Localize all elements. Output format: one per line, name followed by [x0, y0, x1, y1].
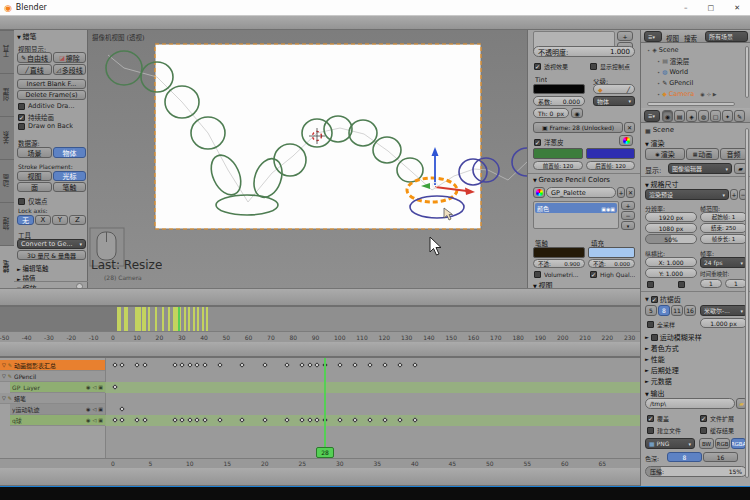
outliner-vscrollbar[interactable] — [745, 46, 749, 98]
axis-x-button[interactable]: X — [35, 215, 51, 225]
draw-freehand-button[interactable]: ✎自由线 — [17, 52, 52, 63]
resolution-x-field[interactable]: 1920 px — [645, 212, 697, 222]
overwrite-checkbox[interactable]: 覆盖 — [647, 414, 669, 423]
timeline-keyframe-line[interactable] — [202, 307, 204, 331]
world-tab[interactable]: ◍ — [698, 110, 709, 122]
eye-icon[interactable]: ◉ — [86, 417, 90, 423]
thickness-mode-button[interactable]: ◉ — [571, 108, 583, 118]
timeline-playhead[interactable] — [178, 307, 180, 331]
stroke-color-swatch[interactable] — [533, 247, 585, 258]
axis-y-button[interactable]: Y — [52, 215, 68, 225]
onion-before-color-swatch[interactable] — [533, 148, 583, 159]
expander-icon[interactable]: ▽ — [2, 373, 6, 379]
endpoints-only-checkbox[interactable]: 仅端点 — [18, 196, 48, 206]
outliner-view-menu[interactable]: 视图 — [666, 33, 679, 43]
timeline-keyframe-line[interactable] — [119, 307, 121, 331]
layer-add-button[interactable]: + — [617, 31, 633, 41]
maximize-button[interactable]: □ — [708, 4, 715, 12]
depth-8-button[interactable]: 8 — [667, 452, 702, 462]
file-extensions-checkbox[interactable]: 文件扩展 — [700, 414, 734, 423]
dopesheet-playhead[interactable] — [324, 358, 326, 458]
expander-icon[interactable]: ▽ — [2, 395, 6, 401]
channels-bw-button[interactable]: BW — [699, 438, 714, 449]
timeline-keyframe-line[interactable] — [184, 307, 186, 331]
aspect-x-field[interactable]: X: 1.000 — [645, 257, 697, 267]
data-tab[interactable]: ✎ — [734, 110, 745, 122]
show-points-checkbox[interactable]: 显示控制点 — [590, 62, 630, 71]
着色方式-panel-header[interactable]: ►着色方式 — [645, 343, 745, 353]
mute-icon[interactable]: ◁ — [92, 406, 96, 412]
timeline-keyframe-line[interactable] — [197, 307, 199, 331]
aa-samples-11-button[interactable]: 11 — [671, 305, 683, 316]
dopesheet-area[interactable]: ▽✎动画摄影表汇总▽✎GPencilGP_Layer◉◁▣▽✎蜡笔y运动轨迹◉◁… — [0, 357, 640, 458]
mute-icon[interactable]: ◁ — [92, 384, 96, 390]
toolshelf-tab-5[interactable]: 蜡笔 — [0, 245, 14, 288]
preset-add-button[interactable]: + — [730, 189, 738, 200]
additive-drawing-checkbox[interactable]: Additive Dra... — [18, 102, 75, 110]
draw-poly-button[interactable]: ◿多段线 — [53, 64, 86, 75]
editor-type-outliner-button[interactable]: ☰▾ — [644, 31, 662, 42]
render-audio-button[interactable]: 音频 — [720, 148, 747, 160]
aa-size-field[interactable]: 1.000 px — [700, 318, 747, 328]
render-layers-tab[interactable]: ▤ — [674, 110, 685, 122]
palette-name-field[interactable]: GP_Palette — [546, 187, 616, 198]
placement-view-button[interactable]: 视图 — [17, 171, 52, 181]
timeline-keyframe-line[interactable] — [162, 307, 164, 331]
file-format-dropdown[interactable]: ▦ PNG▾ — [645, 438, 695, 449]
frame-lock-clear-button[interactable]: ✕ — [624, 122, 635, 133]
ruler-protractor-button[interactable]: 3D 量尺 & 量角器 — [17, 250, 86, 260]
channel-0[interactable]: ▽✎动画摄影表汇总 — [0, 360, 105, 371]
expander-dot[interactable]: ∙ — [657, 58, 660, 64]
channel-4[interactable]: y运动轨迹◉◁▣ — [10, 404, 105, 415]
depth-16-button[interactable]: 16 — [703, 452, 738, 462]
eyedropper-icon[interactable]: ╱ — [626, 86, 630, 93]
gp-colors-panel-header[interactable]: Grease Pencil Colors — [533, 176, 610, 184]
source-object-button[interactable]: 物体 — [53, 147, 86, 158]
convert-dropdown[interactable]: Convert to Ge...▾ — [17, 239, 86, 249]
output-path-field[interactable]: /tmp\ — [645, 398, 735, 409]
frame-start-prop-field[interactable]: 起始帧: 1 — [700, 212, 747, 222]
crop-checkbox[interactable] — [678, 281, 685, 288]
aa-samples-8-button[interactable]: 8 — [658, 305, 670, 316]
color-list[interactable]: 颜色▣◉▣ — [533, 201, 619, 229]
render-tab[interactable]: ◉ — [662, 110, 673, 122]
edit-strokes-panel-header[interactable]: 编辑笔触 — [17, 263, 48, 273]
onion-after-color-swatch[interactable] — [586, 148, 635, 159]
运动模糊采样-panel-header[interactable]: ►运动模糊采样 — [645, 332, 745, 342]
editor-type-properties-button[interactable]: ☰▾ — [644, 110, 660, 122]
placement-stroke-button[interactable]: 笔触 — [53, 182, 86, 192]
delete-frames-button[interactable]: Delete Frame(s) — [17, 90, 86, 100]
channels-rgba-button[interactable]: RGBA — [731, 438, 746, 449]
panel-checkbox[interactable] — [651, 334, 658, 341]
fps-dropdown[interactable]: 24 fps▾ — [700, 257, 747, 268]
timeline-keyframe-line[interactable] — [126, 307, 128, 331]
outliner-item-scene[interactable]: ∙◈Scene — [641, 44, 745, 55]
outliner-item-camera[interactable]: ∙◆Camera◉⊹▶ — [641, 88, 745, 99]
frame-step-field[interactable]: 帧步长: 1 — [700, 234, 747, 244]
palette-add-button[interactable]: + — [617, 187, 625, 198]
tint-color-swatch[interactable] — [533, 84, 585, 94]
properties-scrollbar[interactable] — [745, 128, 749, 478]
fill-color-swatch[interactable] — [588, 247, 635, 258]
render-presets-dropdown[interactable]: 渲染预设▾ — [645, 189, 729, 200]
outliner-search-menu[interactable]: 搜索 — [684, 33, 697, 43]
full-sample-checkbox[interactable]: 全采样 — [647, 320, 675, 329]
onion-color-wheel-button[interactable] — [619, 135, 633, 146]
restrict-select-icon[interactable]: ⊹ — [707, 91, 711, 97]
render-button[interactable]: ◉渲染 — [645, 148, 685, 160]
toolshelf-tab-3[interactable]: 动画 — [0, 159, 14, 202]
channel-3[interactable]: ▽✎蜡笔 — [0, 393, 105, 404]
color-remove-button[interactable]: − — [621, 211, 635, 220]
outliner-filter-dropdown[interactable]: 所有场景 — [705, 31, 748, 42]
palette-icon-button[interactable] — [533, 187, 545, 198]
outliner-item-渲染层[interactable]: ∙▤渲染层 — [641, 55, 745, 66]
constraints-tab[interactable]: ✦ — [722, 110, 733, 122]
stroke-alpha-slider[interactable]: 不透:0.900 — [533, 259, 585, 268]
expander-icon[interactable]: ▽ — [2, 362, 6, 368]
source-scene-button[interactable]: 场景 — [17, 147, 52, 158]
后期处理-panel-header[interactable]: ►后期处理 — [645, 365, 745, 375]
timeline-keyframe-line[interactable] — [168, 307, 170, 331]
frames-before-field[interactable]: 前置帧: 120 — [533, 161, 583, 170]
remap-new-field[interactable]: 1 — [725, 279, 747, 288]
timeline-keyframe-line[interactable] — [148, 307, 150, 331]
